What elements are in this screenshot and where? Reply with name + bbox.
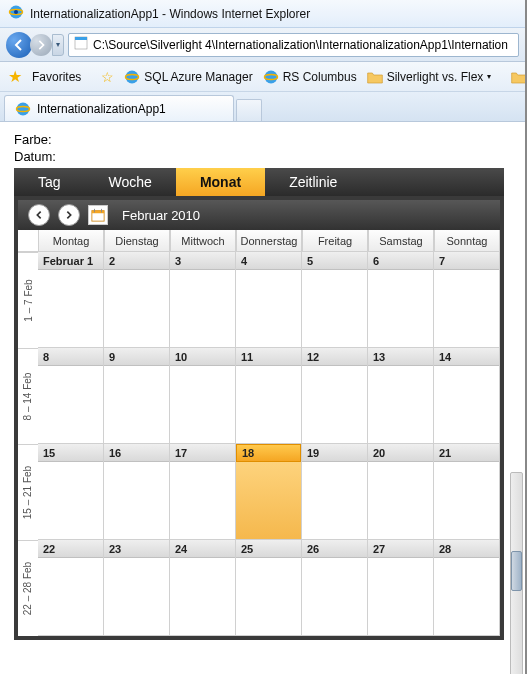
day-cell[interactable]: 21	[434, 444, 500, 540]
calendar-grid: Montag Dienstag Mittwoch Donnerstag Frei…	[38, 230, 500, 636]
dow-header: Mittwoch	[170, 230, 236, 252]
day-cell[interactable]: 22	[38, 540, 104, 636]
day-number: 27	[368, 540, 433, 558]
favorites-bar: ★ Favorites ☆ SQL Azure Manager RS Colum…	[0, 62, 525, 92]
day-cell[interactable]: 18	[236, 444, 302, 540]
forward-button[interactable]	[30, 34, 52, 56]
day-cell[interactable]: 20	[368, 444, 434, 540]
month-header: Februar 2010	[14, 196, 504, 230]
fav-silverlight-flex[interactable]: Silverlight vs. Flex ▾	[367, 70, 492, 84]
day-number: 8	[38, 348, 103, 366]
dow-header: Freitag	[302, 230, 368, 252]
scrollbar-track[interactable]	[510, 472, 523, 674]
nav-history-dropdown[interactable]: ▾	[52, 34, 64, 56]
day-cell[interactable]: 12	[302, 348, 368, 444]
navigation-bar: ▾	[0, 28, 525, 62]
tab-week[interactable]: Woche	[85, 168, 176, 196]
week-label: 15 – 21 Feb	[18, 444, 38, 540]
date-picker-button[interactable]	[88, 205, 108, 225]
day-cell[interactable]: 15	[38, 444, 104, 540]
window-title: InternationalizationApp1 - Windows Inter…	[30, 7, 310, 21]
day-cell[interactable]: 19	[302, 444, 368, 540]
day-cell[interactable]: 25	[236, 540, 302, 636]
day-cell[interactable]: 17	[170, 444, 236, 540]
add-favorite-icon[interactable]: ☆	[101, 69, 114, 85]
day-number: 16	[104, 444, 169, 462]
day-number: 24	[170, 540, 235, 558]
week-label: 8 – 14 Feb	[18, 348, 38, 444]
calendar-control: Tag Woche Monat Zeitlinie Februar 2010 1…	[14, 168, 504, 640]
nav-buttons: ▾	[6, 32, 64, 58]
day-number: 13	[368, 348, 433, 366]
tab-timeline[interactable]: Zeitlinie	[265, 168, 361, 196]
prev-month-button[interactable]	[28, 204, 50, 226]
day-number: 17	[170, 444, 235, 462]
day-cell[interactable]: 14	[434, 348, 500, 444]
day-cell[interactable]: 9	[104, 348, 170, 444]
ie-icon	[263, 69, 279, 85]
day-cell[interactable]: 27	[368, 540, 434, 636]
day-number: 11	[236, 348, 301, 366]
dow-header: Sonntag	[434, 230, 500, 252]
tab-strip: InternationalizationApp1	[0, 92, 525, 122]
day-number: Februar 1	[38, 252, 103, 270]
day-cell[interactable]: 7	[434, 252, 500, 348]
day-number: 25	[236, 540, 301, 558]
month-label: Februar 2010	[122, 208, 200, 223]
fav-rs-columbus[interactable]: RS Columbus	[263, 69, 357, 85]
day-cell[interactable]: 16	[104, 444, 170, 540]
day-cell[interactable]: 26	[302, 540, 368, 636]
back-button[interactable]	[6, 32, 32, 58]
day-number: 7	[434, 252, 499, 270]
week-label: 1 – 7 Feb	[18, 252, 38, 348]
svg-rect-4	[75, 37, 87, 40]
day-cell[interactable]: 13	[368, 348, 434, 444]
date-label: Datum:	[14, 149, 517, 164]
browser-tab[interactable]: InternationalizationApp1	[4, 95, 234, 121]
url-input[interactable]	[93, 38, 514, 52]
fav-truncated[interactable]: Sil	[511, 70, 525, 84]
day-cell[interactable]: 28	[434, 540, 500, 636]
day-number: 6	[368, 252, 433, 270]
folder-icon	[511, 70, 525, 84]
day-cell[interactable]: 5	[302, 252, 368, 348]
new-tab-button[interactable]	[236, 99, 262, 121]
view-tabs: Tag Woche Monat Zeitlinie	[14, 168, 504, 196]
day-cell[interactable]: 10	[170, 348, 236, 444]
scrollbar-thumb[interactable]	[511, 551, 522, 591]
next-month-button[interactable]	[58, 204, 80, 226]
day-number: 12	[302, 348, 367, 366]
day-number: 28	[434, 540, 499, 558]
dow-header: Dienstag	[104, 230, 170, 252]
day-cell[interactable]: 6	[368, 252, 434, 348]
day-number: 19	[302, 444, 367, 462]
day-number: 21	[434, 444, 499, 462]
day-cell[interactable]: 4	[236, 252, 302, 348]
tab-day[interactable]: Tag	[14, 168, 85, 196]
day-number: 3	[170, 252, 235, 270]
day-cell[interactable]: 24	[170, 540, 236, 636]
fav-sql-azure[interactable]: SQL Azure Manager	[124, 69, 252, 85]
day-cell[interactable]: Februar 1	[38, 252, 104, 348]
day-cell[interactable]: 11	[236, 348, 302, 444]
address-bar[interactable]	[68, 33, 519, 57]
day-number: 10	[170, 348, 235, 366]
day-cell[interactable]: 2	[104, 252, 170, 348]
day-number: 5	[302, 252, 367, 270]
day-cell[interactable]: 8	[38, 348, 104, 444]
svg-point-5	[126, 70, 139, 83]
svg-point-2	[14, 10, 18, 14]
day-cell[interactable]: 23	[104, 540, 170, 636]
chevron-down-icon: ▾	[487, 72, 491, 81]
favorites-label[interactable]: Favorites	[32, 70, 81, 84]
ie-icon	[8, 4, 24, 23]
favorites-star-icon[interactable]: ★	[8, 67, 22, 86]
day-cell[interactable]: 3	[170, 252, 236, 348]
day-number: 9	[104, 348, 169, 366]
color-label: Farbe:	[14, 132, 517, 147]
window-titlebar: InternationalizationApp1 - Windows Inter…	[0, 0, 525, 28]
svg-rect-12	[92, 211, 104, 214]
folder-icon	[367, 70, 383, 84]
day-number: 23	[104, 540, 169, 558]
tab-month[interactable]: Monat	[176, 168, 265, 196]
